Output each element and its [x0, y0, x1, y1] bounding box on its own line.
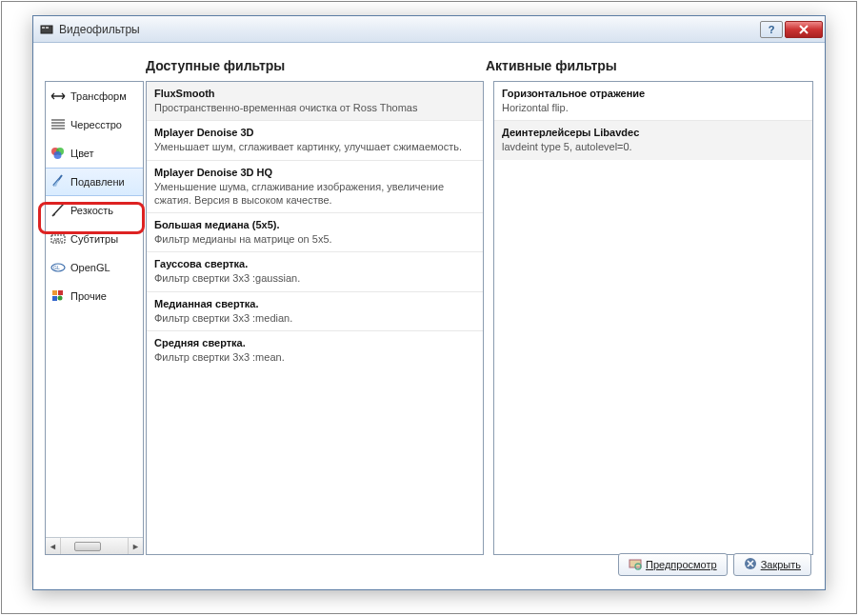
sidebar-item-label: Подавлени: [70, 176, 125, 188]
sharp-icon: [50, 202, 67, 219]
active-filters-list[interactable]: Горизонтальное отражение Horizontal flip…: [493, 81, 813, 555]
svg-rect-11: [58, 290, 63, 295]
noise-icon: [50, 173, 67, 190]
filter-item[interactable]: Mplayer Denoise 3D Уменьшает шум, сглажи…: [147, 121, 483, 160]
category-sidebar: Трансформ Чересстро Цвет Подавлени: [45, 81, 144, 555]
sidebar-item-label: Чересстро: [70, 119, 122, 130]
transform-icon: [50, 88, 67, 105]
svg-rect-1: [42, 27, 45, 29]
sidebar-item-subs[interactable]: ABC Субтитры: [46, 225, 143, 253]
active-filter-item[interactable]: Деинтерлейсеры Libavdec lavdeint type 5,…: [494, 121, 812, 159]
preview-button[interactable]: Предпросмотр: [618, 553, 728, 576]
filter-name: Большая медиана (5x5).: [154, 219, 475, 230]
sidebar-item-other[interactable]: Прочие: [46, 282, 143, 310]
other-icon: [50, 288, 67, 305]
filter-item[interactable]: Средняя свертка. Фильтр свертки 3x3 :mea…: [147, 331, 483, 369]
close-label: Закрыть: [761, 559, 801, 570]
window-title: Видеофильтры: [59, 23, 760, 36]
scroll-left-icon[interactable]: ◄: [46, 538, 61, 554]
sidebar-item-label: OpenGL: [70, 262, 110, 273]
svg-text:GL: GL: [53, 265, 60, 270]
filter-item[interactable]: FluxSmooth Пространственно-временная очи…: [147, 82, 483, 121]
sidebar-item-label: Резкость: [70, 205, 113, 216]
preview-icon: [629, 557, 642, 572]
filter-name: Средняя свертка.: [154, 337, 475, 348]
color-icon: [50, 145, 67, 162]
close-button[interactable]: [785, 21, 823, 38]
filter-item[interactable]: Mplayer Denoise 3D HQ Уменьшение шума, с…: [147, 161, 483, 214]
help-button[interactable]: ?: [760, 21, 783, 38]
filter-item[interactable]: Большая медиана (5x5). Фильтр медианы на…: [147, 213, 483, 252]
svg-point-13: [58, 295, 63, 300]
filter-desc: Фильтр свертки 3x3 :gaussian.: [154, 271, 475, 285]
scroll-thumb[interactable]: [74, 542, 101, 551]
filter-desc: Уменьшение шума, сглаживание изображения…: [154, 180, 475, 208]
svg-rect-10: [52, 290, 57, 295]
filter-desc: Horizontal flip.: [502, 101, 805, 114]
filter-desc: Уменьшает шум, сглаживает картинку, улуч…: [154, 140, 475, 153]
app-icon: [39, 22, 54, 37]
scroll-right-icon[interactable]: ►: [128, 538, 143, 554]
subs-icon: ABC: [50, 230, 67, 248]
filter-desc: Фильтр свертки 3x3 :mean.: [154, 350, 475, 364]
active-filter-item[interactable]: Горизонтальное отражение Horizontal flip…: [494, 82, 812, 121]
filter-name: Гауссова свертка.: [154, 258, 475, 269]
filter-item[interactable]: Медианная свертка. Фильтр свертки 3x3 :m…: [147, 292, 483, 331]
filter-name: Медианная свертка.: [154, 298, 475, 309]
opengl-icon: GL: [50, 259, 67, 276]
filter-name: Mplayer Denoise 3D: [154, 127, 475, 138]
dialog-window: Видеофильтры ? Доступные фильтры Активны…: [32, 15, 826, 590]
sidebar-item-label: Субтитры: [70, 233, 118, 245]
filter-desc: Фильтр свертки 3x3 :median.: [154, 311, 475, 325]
filter-name: FluxSmooth: [154, 88, 475, 99]
filter-name: Mplayer Denoise 3D HQ: [154, 167, 475, 178]
svg-rect-12: [52, 296, 57, 301]
sidebar-item-label: Цвет: [70, 148, 94, 159]
sidebar-scrollbar[interactable]: ◄ ►: [46, 537, 143, 554]
filter-item[interactable]: Гауссова свертка. Фильтр свертки 3x3 :ga…: [147, 252, 483, 291]
filter-name: Горизонтальное отражение: [502, 88, 805, 99]
titlebar[interactable]: Видеофильтры ?: [33, 16, 825, 43]
filter-desc: lavdeint type 5, autolevel=0.: [502, 140, 805, 153]
sidebar-item-interlace[interactable]: Чересстро: [46, 110, 143, 139]
sidebar-item-label: Трансформ: [70, 90, 127, 102]
sidebar-item-color[interactable]: Цвет: [46, 139, 143, 168]
svg-rect-2: [46, 27, 49, 29]
filter-desc: Фильтр медианы на матрице on 5x5.: [154, 232, 475, 246]
close-dialog-button[interactable]: Закрыть: [733, 553, 811, 576]
sidebar-item-opengl[interactable]: GL OpenGL: [46, 253, 143, 282]
active-filters-header: Активные фильтры: [484, 52, 813, 81]
close-icon: [744, 557, 757, 572]
interlace-icon: [50, 116, 67, 133]
available-filters-header: Доступные фильтры: [144, 52, 484, 81]
filter-name: Деинтерлейсеры Libavdec: [502, 127, 805, 138]
preview-label: Предпросмотр: [646, 559, 717, 570]
available-filters-list[interactable]: FluxSmooth Пространственно-временная очи…: [146, 81, 484, 555]
svg-text:ABC: ABC: [53, 237, 64, 243]
filter-desc: Пространственно-временная очистка от Ros…: [154, 101, 475, 114]
sidebar-item-transform[interactable]: Трансформ: [46, 82, 143, 110]
sidebar-item-sharp[interactable]: Резкость: [46, 196, 143, 225]
svg-point-5: [54, 151, 62, 159]
sidebar-item-noise[interactable]: Подавлени: [46, 168, 143, 196]
sidebar-item-label: Прочие: [70, 290, 107, 302]
